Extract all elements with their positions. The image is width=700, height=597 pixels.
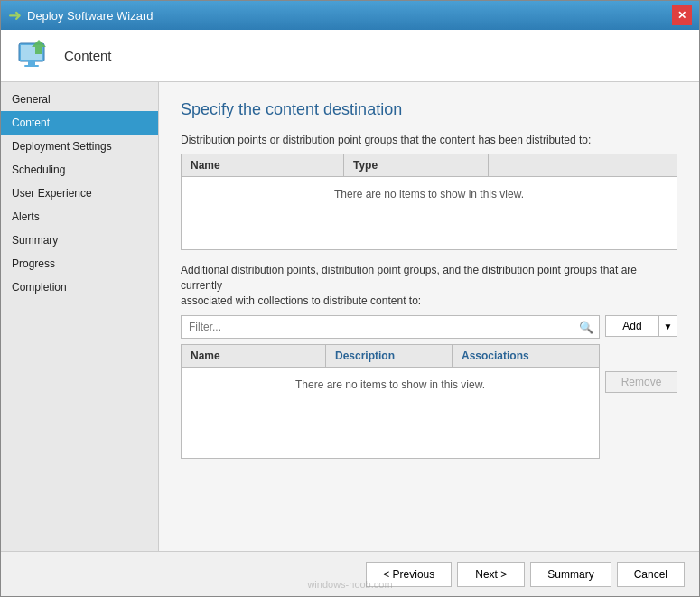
next-button[interactable]: Next > <box>457 562 525 587</box>
header-computer-icon <box>15 38 51 74</box>
filter-input[interactable] <box>182 316 577 338</box>
upper-col-name: Name <box>182 154 344 176</box>
add-button[interactable]: Add <box>606 316 658 336</box>
lower-table-empty: There are no items to show in this view. <box>182 368 599 458</box>
add-remove-column: Add ▼ <box>605 315 677 339</box>
upper-col-type: Type <box>344 154 489 176</box>
search-icon: 🔍 <box>579 321 593 334</box>
upper-col-extra <box>489 154 677 176</box>
previous-button[interactable]: < Previous <box>366 562 452 587</box>
lower-col-description: Description <box>326 345 453 367</box>
filter-input-wrapper: 🔍 <box>181 315 600 339</box>
page-title: Specify the content destination <box>181 100 677 119</box>
sidebar-item-user-experience[interactable]: User Experience <box>1 182 158 205</box>
lower-table-row: Name Description Associations There are … <box>181 344 677 459</box>
lower-col-name: Name <box>182 345 326 367</box>
sidebar-item-progress[interactable]: Progress <box>1 252 158 275</box>
add-button-wrapper: Add ▼ <box>605 315 677 337</box>
title-bar: ➜ Deploy Software Wizard ✕ <box>1 1 699 30</box>
remove-button[interactable]: Remove <box>605 371 677 393</box>
header-title: Content <box>64 48 112 63</box>
back-arrow-icon: ➜ <box>8 5 22 25</box>
sidebar-item-completion[interactable]: Completion <box>1 275 158 299</box>
sidebar: General Content Deployment Settings Sche… <box>1 82 159 551</box>
wizard-window: ➜ Deploy Software Wizard ✕ Content <box>0 0 700 597</box>
summary-button[interactable]: Summary <box>530 562 611 587</box>
upper-table: Name Type There are no items to show in … <box>181 154 677 250</box>
upper-table-header: Name Type <box>182 154 677 177</box>
content-area: Specify the content destination Distribu… <box>159 82 699 551</box>
cancel-button[interactable]: Cancel <box>617 562 685 587</box>
remove-column: Remove <box>605 344 677 459</box>
lower-table-area: 🔍 Add ▼ Name <box>181 315 677 459</box>
sidebar-item-general[interactable]: General <box>1 88 158 111</box>
lower-table: Name Description Associations There are … <box>181 344 600 459</box>
add-dropdown-button[interactable]: ▼ <box>658 316 677 336</box>
sidebar-item-scheduling[interactable]: Scheduling <box>1 158 158 182</box>
upper-section-label: Distribution points or distribution poin… <box>181 134 677 146</box>
filter-add-row: 🔍 Add ▼ <box>181 315 677 339</box>
lower-col-associations: Associations <box>453 345 599 367</box>
sidebar-item-summary[interactable]: Summary <box>1 229 158 252</box>
lower-table-header: Name Description Associations <box>182 345 599 368</box>
svg-rect-3 <box>24 65 39 67</box>
footer-bar: < Previous Next > Summary Cancel <box>1 551 699 596</box>
sidebar-item-deployment-settings[interactable]: Deployment Settings <box>1 135 158 158</box>
header-bar: Content <box>1 30 699 82</box>
sidebar-item-content[interactable]: Content <box>1 111 158 135</box>
sidebar-item-alerts[interactable]: Alerts <box>1 205 158 229</box>
window-title: Deploy Software Wizard <box>27 9 153 23</box>
lower-section-label: Additional distribution points, distribu… <box>181 263 677 308</box>
title-bar-left: ➜ Deploy Software Wizard <box>8 5 153 25</box>
main-content: General Content Deployment Settings Sche… <box>1 82 699 551</box>
svg-rect-2 <box>28 61 35 65</box>
close-button[interactable]: ✕ <box>672 5 692 25</box>
upper-table-empty: There are no items to show in this view. <box>182 177 677 249</box>
